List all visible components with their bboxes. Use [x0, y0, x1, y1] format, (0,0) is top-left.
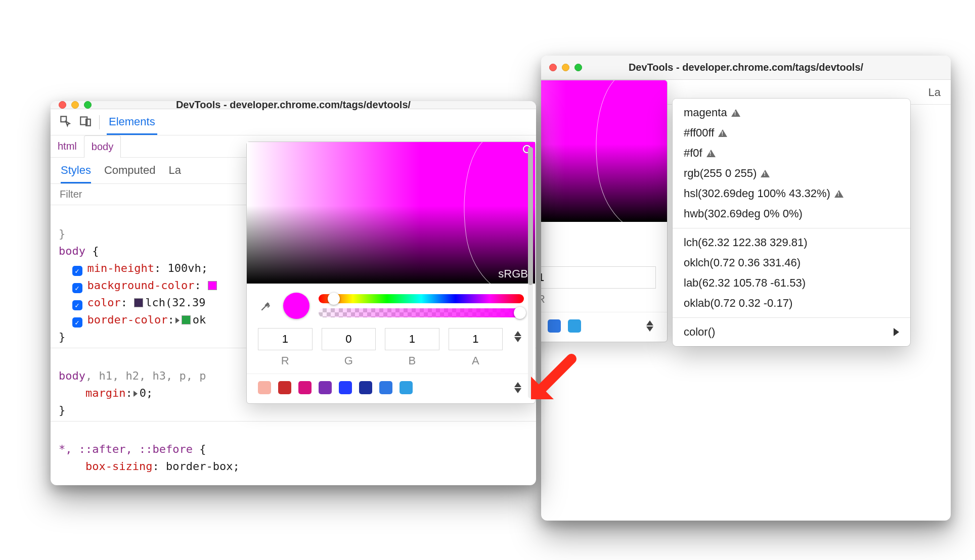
- subtab-styles[interactable]: Styles: [61, 158, 91, 183]
- eyedropper-icon: [259, 299, 273, 312]
- selector: body: [59, 245, 85, 257]
- color-picker[interactable]: sRGB R G B A: [246, 142, 536, 404]
- menu-item[interactable]: oklab(0.72 0.32 -0.17): [673, 293, 910, 313]
- titlebar: DevTools - developer.chrome.com/tags/dev…: [541, 56, 951, 80]
- b-label: B: [385, 354, 439, 367]
- window-title: DevTools - developer.chrome.com/tags/dev…: [541, 62, 951, 73]
- device-toolbar-icon[interactable]: [79, 114, 92, 130]
- b-input[interactable]: [385, 328, 439, 350]
- breadcrumb-item[interactable]: body: [84, 135, 121, 158]
- palette-swatch[interactable]: [548, 319, 561, 333]
- menu-item[interactable]: magenta: [673, 103, 910, 123]
- palette-swatch[interactable]: [359, 381, 372, 394]
- menu-item[interactable]: hsl(302.69deg 100% 43.32%): [673, 183, 910, 204]
- color-swatch-icon[interactable]: [208, 281, 217, 290]
- menu-item[interactable]: rgb(255 0 255): [673, 163, 910, 183]
- inspect-element-icon[interactable]: [59, 114, 72, 130]
- palette-swatch[interactable]: [278, 381, 291, 394]
- eyedropper-button[interactable]: [258, 298, 274, 314]
- selected-color-swatch: [283, 293, 309, 319]
- chevron-right-icon: [894, 328, 899, 336]
- property-toggle-checkbox[interactable]: ✓: [72, 300, 82, 310]
- annotation-arrow-icon: [526, 354, 577, 404]
- subtab-layout[interactable]: La: [168, 158, 181, 183]
- r-input[interactable]: [541, 266, 656, 289]
- color-swatch-icon[interactable]: [134, 298, 143, 307]
- menu-item[interactable]: oklch(0.72 0.36 331.46): [673, 253, 910, 273]
- color-format-menu[interactable]: magenta#ff00ff#f0frgb(255 0 255)hsl(302.…: [673, 99, 910, 346]
- color-picker[interactable]: R: [541, 80, 668, 342]
- r-label: R: [258, 354, 313, 367]
- subtab-layout[interactable]: La: [928, 80, 941, 104]
- warning-icon: [761, 170, 770, 177]
- maximize-window-button[interactable]: [574, 64, 582, 71]
- palette-swatch[interactable]: [400, 381, 413, 394]
- menu-item[interactable]: #f0f: [673, 143, 910, 163]
- property-toggle-checkbox[interactable]: ✓: [72, 283, 82, 293]
- r-label: R: [541, 293, 656, 306]
- palette-swatch[interactable]: [568, 319, 581, 333]
- breadcrumb-item[interactable]: html: [51, 135, 84, 157]
- g-input[interactable]: [322, 328, 376, 350]
- palette-swatch[interactable]: [258, 381, 271, 394]
- palette-swatches: [247, 374, 535, 403]
- palette-toggle[interactable]: [644, 320, 656, 332]
- alpha-slider[interactable]: [319, 308, 524, 317]
- warning-icon: [718, 129, 727, 137]
- minimize-window-button[interactable]: [71, 101, 79, 109]
- palette-swatch[interactable]: [379, 381, 392, 394]
- selector: *, ::after, ::before: [59, 443, 193, 455]
- format-cycle-button[interactable]: [512, 328, 524, 342]
- hue-slider[interactable]: [319, 294, 524, 303]
- warning-icon: [834, 190, 844, 198]
- expand-triangle-icon[interactable]: [175, 317, 180, 323]
- menu-item[interactable]: #ff00ff: [673, 123, 910, 143]
- palette-swatch[interactable]: [298, 381, 312, 394]
- chevron-up-icon: [514, 331, 521, 336]
- menu-item[interactable]: lch(62.32 122.38 329.81): [673, 232, 910, 253]
- maximize-window-button[interactable]: [84, 101, 92, 109]
- traffic-lights: [549, 64, 582, 71]
- color-spectrum[interactable]: [541, 80, 667, 222]
- subtab-computed[interactable]: Computed: [104, 158, 156, 183]
- a-label: A: [449, 354, 503, 367]
- main-toolbar: Elements: [51, 109, 536, 135]
- color-spectrum[interactable]: sRGB: [247, 142, 535, 284]
- property-toggle-checkbox[interactable]: ✓: [72, 317, 82, 328]
- slider-thumb[interactable]: [328, 293, 340, 305]
- slider-thumb[interactable]: [514, 307, 526, 319]
- palette-swatch[interactable]: [339, 381, 352, 394]
- warning-icon: [731, 109, 740, 117]
- g-label: G: [322, 354, 376, 367]
- property-toggle-checkbox[interactable]: ✓: [72, 266, 82, 276]
- color-swatch-icon[interactable]: [182, 315, 191, 324]
- menu-item[interactable]: lab(62.32 105.78 -61.53): [673, 273, 910, 293]
- menu-item[interactable]: hwb(302.69deg 0% 0%): [673, 204, 910, 224]
- palette-toggle[interactable]: [512, 382, 524, 393]
- selector: body: [59, 369, 85, 382]
- palette-swatch[interactable]: [319, 381, 332, 394]
- traffic-lights: [59, 101, 92, 109]
- chevron-down-icon: [514, 337, 521, 342]
- r-input[interactable]: [258, 328, 313, 350]
- palette-swatches: [541, 312, 667, 342]
- warning-icon: [706, 150, 716, 157]
- value-r: R: [541, 266, 656, 306]
- close-window-button[interactable]: [549, 64, 557, 71]
- titlebar: DevTools - developer.chrome.com/tags/dev…: [51, 101, 536, 109]
- close-window-button[interactable]: [59, 101, 66, 109]
- tab-elements[interactable]: Elements: [107, 109, 157, 135]
- gamut-label: sRGB: [498, 267, 528, 281]
- minimize-window-button[interactable]: [562, 64, 569, 71]
- expand-triangle-icon[interactable]: [134, 391, 138, 397]
- a-input[interactable]: [449, 328, 503, 350]
- menu-item-color-fn[interactable]: color(): [673, 322, 910, 342]
